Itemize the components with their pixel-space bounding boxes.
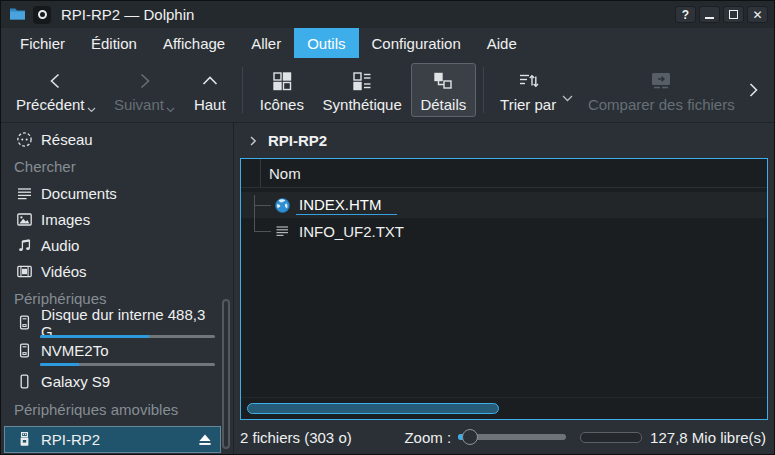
sidebar-item-label: Audio bbox=[41, 237, 79, 254]
maximize-button[interactable] bbox=[723, 6, 744, 23]
scroll-area-divider bbox=[241, 397, 767, 398]
sidebar-item-audio[interactable]: Audio bbox=[1, 232, 233, 258]
breadcrumb: RPI-RP2 bbox=[234, 123, 774, 158]
sidebar-item-label: Réseau bbox=[41, 131, 93, 148]
hard-drive-icon bbox=[16, 342, 33, 359]
file-row-index-htm[interactable]: INDEX.HTM bbox=[241, 192, 767, 218]
files-summary: 2 fichiers (303 o) bbox=[240, 429, 352, 446]
chevron-up-icon bbox=[199, 68, 221, 93]
sidebar-section-chercher: Chercher bbox=[1, 152, 233, 180]
title-bar: RPI-RP2 — Dolphin ? ✕ bbox=[1, 1, 774, 28]
file-list-view: Nom INDEX.HTM bbox=[240, 158, 768, 420]
sidebar-item-videos[interactable]: Vidéos bbox=[1, 258, 233, 284]
breadcrumb-chevron-icon[interactable] bbox=[247, 135, 259, 147]
eject-button[interactable] bbox=[197, 433, 213, 447]
file-name: INFO_UF2.TXT bbox=[299, 223, 404, 240]
free-space-label: 127,8 Mio libre(s) bbox=[650, 429, 766, 446]
places-panel: Réseau Chercher Documents Images bbox=[1, 123, 234, 454]
icons-view-button[interactable]: Icônes bbox=[250, 63, 313, 117]
column-header-nom[interactable]: Nom bbox=[261, 165, 301, 182]
toolbar-overflow-button[interactable] bbox=[743, 80, 763, 100]
disk-usage-bar bbox=[40, 335, 215, 338]
image-icon bbox=[16, 211, 33, 228]
sidebar-section-amovibles: Périphériques amovibles bbox=[1, 394, 233, 424]
expander-column bbox=[241, 159, 261, 187]
sidebar-scrollbar[interactable] bbox=[222, 299, 230, 449]
menu-aller[interactable]: Aller bbox=[238, 28, 294, 58]
menu-edition[interactable]: Édition bbox=[78, 28, 150, 58]
toolbar-separator bbox=[483, 67, 484, 113]
compact-view-label: Synthétique bbox=[323, 96, 402, 113]
usb-drive-icon bbox=[16, 431, 33, 448]
phone-icon bbox=[16, 373, 33, 390]
minimize-icon bbox=[705, 17, 714, 19]
details-view-button[interactable]: Détails bbox=[411, 63, 476, 117]
capacity-info: 127,8 Mio libre(s) bbox=[580, 429, 766, 446]
sort-by-button[interactable]: Trier par bbox=[491, 63, 566, 117]
sidebar-item-label: Documents bbox=[41, 185, 117, 202]
window-badge-icon bbox=[33, 6, 51, 24]
menu-fichier[interactable]: Fichier bbox=[7, 28, 78, 58]
sidebar-item-documents[interactable]: Documents bbox=[1, 180, 233, 206]
dolphin-window: RPI-RP2 — Dolphin ? ✕ Fichier Édition Af… bbox=[0, 0, 775, 455]
chevron-right-icon bbox=[133, 68, 155, 93]
icons-view-label: Icônes bbox=[260, 96, 304, 113]
menu-affichage[interactable]: Affichage bbox=[150, 28, 238, 58]
icons-view-icon bbox=[271, 68, 293, 93]
back-label: Précédent bbox=[16, 96, 95, 113]
hard-drive-icon bbox=[16, 314, 33, 331]
chevron-left-icon bbox=[45, 68, 67, 93]
window-title: RPI-RP2 — Dolphin bbox=[61, 6, 194, 23]
network-icon bbox=[16, 131, 33, 148]
file-name: INDEX.HTM bbox=[296, 196, 397, 215]
zoom-slider-handle[interactable] bbox=[462, 429, 478, 445]
menu-configuration[interactable]: Configuration bbox=[359, 28, 474, 58]
sidebar-item-label: RPI-RP2 bbox=[41, 431, 100, 448]
sort-icon bbox=[517, 68, 539, 93]
help-button[interactable]: ? bbox=[675, 6, 696, 23]
sidebar-item-rpi-rp2[interactable]: RPI-RP2 bbox=[4, 426, 221, 453]
sidebar-item-galaxy-s9[interactable]: Galaxy S9 bbox=[1, 368, 233, 394]
free-space-bar bbox=[580, 432, 642, 443]
sidebar-item-images[interactable]: Images bbox=[1, 206, 233, 232]
zoom-slider[interactable] bbox=[458, 434, 566, 440]
compare-files-icon bbox=[648, 68, 674, 93]
disk-usage-bar bbox=[40, 363, 215, 366]
forward-label: Suivant bbox=[114, 96, 175, 113]
window-controls: ? ✕ bbox=[675, 6, 768, 23]
menu-aide[interactable]: Aide bbox=[474, 28, 530, 58]
sidebar-item-disque-interne[interactable]: Disque dur interne 488,3 G… bbox=[1, 312, 233, 340]
up-label: Haut bbox=[194, 96, 226, 113]
up-button[interactable]: Haut bbox=[184, 63, 235, 117]
toolbar-separator bbox=[242, 67, 243, 113]
horizontal-scrollbar[interactable] bbox=[247, 403, 499, 414]
close-button[interactable]: ✕ bbox=[747, 6, 768, 23]
forward-caret-icon bbox=[166, 99, 175, 116]
sidebar-item-reseau[interactable]: Réseau bbox=[1, 126, 233, 152]
compare-files-button[interactable]: Comparer des fichiers bbox=[580, 63, 743, 117]
back-button[interactable]: Précédent bbox=[7, 63, 105, 117]
sort-by-label: Trier par bbox=[500, 96, 556, 113]
compact-view-button[interactable]: Synthétique bbox=[313, 63, 410, 117]
sort-by-caret-icon bbox=[562, 88, 573, 105]
details-view-icon bbox=[432, 68, 454, 93]
zoom-control: Zoom : bbox=[404, 429, 566, 446]
forward-button[interactable]: Suivant bbox=[105, 63, 185, 117]
folder-view-area: RPI-RP2 Nom bbox=[234, 123, 774, 454]
globe-icon bbox=[274, 197, 291, 214]
file-row-info-uf2-txt[interactable]: INFO_UF2.TXT bbox=[241, 218, 767, 244]
text-file-icon bbox=[274, 223, 291, 240]
zoom-label: Zoom : bbox=[404, 429, 451, 446]
sidebar-item-nvme2to[interactable]: NVME2To bbox=[1, 340, 233, 368]
compare-files-label: Comparer des fichiers bbox=[588, 96, 735, 113]
eject-icon bbox=[197, 433, 213, 447]
breadcrumb-root[interactable]: RPI-RP2 bbox=[268, 132, 327, 149]
sidebar-item-label: Vidéos bbox=[41, 263, 87, 280]
minimize-button[interactable] bbox=[699, 6, 720, 23]
tree-line bbox=[254, 205, 271, 206]
list-header: Nom bbox=[241, 159, 767, 188]
main-toolbar: Précédent Suivant Haut bbox=[1, 58, 774, 123]
menu-outils[interactable]: Outils bbox=[294, 28, 358, 58]
menu-bar: Fichier Édition Affichage Aller Outils C… bbox=[1, 28, 774, 58]
tree-line bbox=[254, 231, 271, 232]
